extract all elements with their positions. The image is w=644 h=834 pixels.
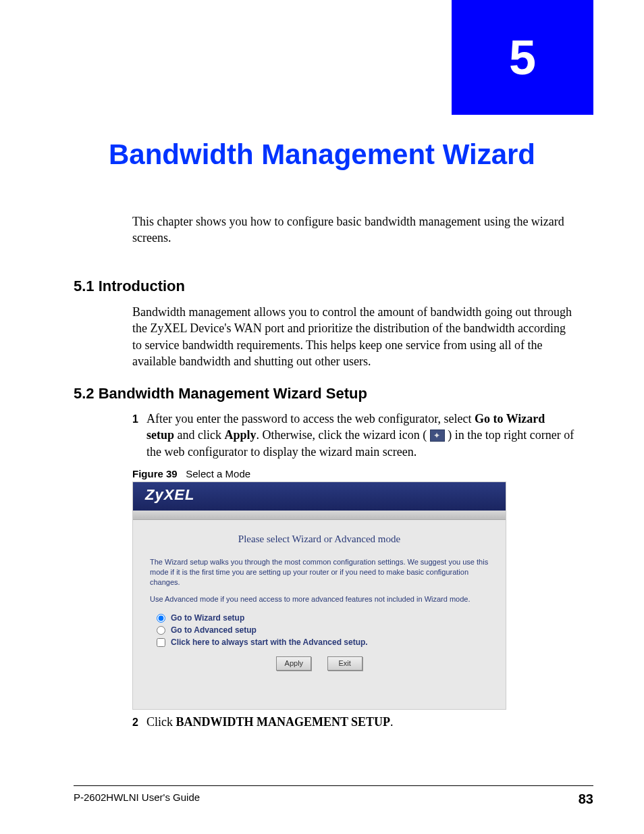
figure-caption: Figure 39 Select a Mode bbox=[132, 468, 250, 479]
footer-page-number: 83 bbox=[579, 791, 593, 807]
apply-button[interactable]: Apply bbox=[276, 656, 311, 671]
chapter-badge: 5 bbox=[452, 0, 593, 115]
figure-screenshot: ZyXEL Please select Wizard or Advanced m… bbox=[132, 481, 506, 710]
step-number: 2 bbox=[132, 714, 138, 730]
figure-prompt: Please select Wizard or Advanced mode bbox=[150, 533, 489, 545]
checkbox-always-input[interactable] bbox=[157, 638, 165, 647]
figure-body: Please select Wizard or Advanced mode Th… bbox=[133, 520, 506, 709]
step-2-body: Click BANDWIDTH MANAGEMENT SETUP. bbox=[146, 714, 574, 730]
section-heading-introduction: 5.1 Introduction bbox=[74, 278, 185, 295]
figure-brand-header: ZyXEL bbox=[133, 482, 506, 511]
step-1: 1 After you enter the password to access… bbox=[132, 411, 574, 460]
radio-wizard-input[interactable] bbox=[157, 614, 165, 623]
figure-desc-2: Use Advanced mode if you need access to … bbox=[150, 594, 489, 604]
footer-guide-name: P-2602HWLNI User's Guide bbox=[74, 791, 200, 807]
exit-button[interactable]: Exit bbox=[327, 656, 363, 671]
page-title: Bandwidth Management Wizard bbox=[0, 138, 644, 171]
figure-options: Go to Wizard setup Go to Advanced setup … bbox=[157, 613, 489, 647]
step-number: 1 bbox=[132, 411, 138, 460]
step-1-body: After you enter the password to access t… bbox=[146, 411, 574, 460]
section-heading-wizard-setup: 5.2 Bandwidth Management Wizard Setup bbox=[74, 385, 367, 402]
radio-advanced-input[interactable] bbox=[157, 626, 165, 635]
radio-wizard-setup[interactable]: Go to Wizard setup bbox=[157, 613, 489, 623]
figure-ribbon bbox=[133, 511, 506, 520]
wizard-icon bbox=[430, 429, 445, 442]
checkbox-always-advanced[interactable]: Click here to always start with the Adva… bbox=[157, 637, 489, 647]
figure-desc-1: The Wizard setup walks you through the m… bbox=[150, 557, 489, 588]
step-2: 2 Click BANDWIDTH MANAGEMENT SETUP. bbox=[132, 714, 574, 730]
radio-advanced-setup[interactable]: Go to Advanced setup bbox=[157, 625, 489, 635]
figure-buttons: Apply Exit bbox=[150, 656, 489, 671]
chapter-number: 5 bbox=[509, 30, 536, 85]
page-footer: P-2602HWLNI User's Guide 83 bbox=[74, 785, 593, 807]
section-introduction-body: Bandwidth management allows you to contr… bbox=[132, 304, 574, 369]
intro-paragraph: This chapter shows you how to configure … bbox=[132, 213, 574, 246]
